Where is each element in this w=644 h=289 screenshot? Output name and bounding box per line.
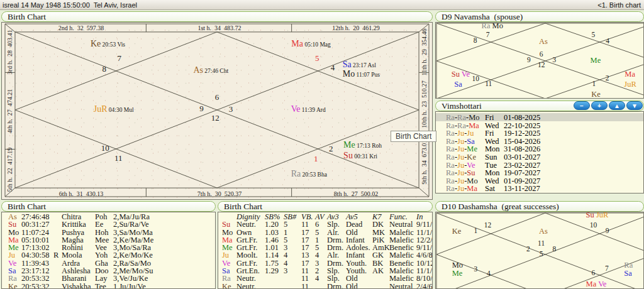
house-number: 7 xyxy=(117,54,121,62)
ascendant-label: As 27:46 Cht xyxy=(193,66,228,75)
planet-row: JuMoolt.1.144134Alr.InfantGKMalefic4/6/8 xyxy=(218,251,432,259)
house-number: 10 xyxy=(590,222,597,230)
dasha-row[interactable]: Ra-Ju-MeMon31-08-2026 xyxy=(436,144,643,153)
birth-chart-panel: Birth Chart 2nd h. 32 597.38 1st h. 34 4… xyxy=(1,11,433,200)
house-number: 6 xyxy=(215,93,219,101)
house-number: 8 xyxy=(103,65,107,73)
sun-jupiter-label: Su JuR xyxy=(586,212,609,219)
dasha-up-button[interactable]: ▲ xyxy=(609,101,625,110)
mars-venus-label: Ma Ve xyxy=(586,280,607,288)
planet-row: Ra20:53:32BharaniLay3,Ve/Ju/Ke xyxy=(2,275,215,282)
house-number: 8 xyxy=(553,246,557,253)
house-number: 5 xyxy=(540,251,543,258)
house-number: 11 xyxy=(538,240,545,248)
planet-details-panel: Birth Chart DignitySB%SB#VB.AVAv3Av5K7Fu… xyxy=(218,201,433,289)
dasha-list: Ra-Ra-MoFri01-08-2025Ra-Ra-MaWed22-10-20… xyxy=(435,111,644,194)
jupiter-retrograde-label: JuR xyxy=(624,80,636,89)
dasha-plus-button[interactable]: + xyxy=(591,101,608,110)
mercury-label: Me xyxy=(452,269,463,277)
house-number: 9 xyxy=(606,227,609,235)
house-number: 11 xyxy=(485,80,492,88)
house-span-label: 8th h. 27 500.02 xyxy=(292,190,419,198)
birth-data-text: isreal 14 May 1948 15:50:00 Tel Aviv, Is… xyxy=(3,1,137,9)
house-span-label: 1st h. 34 483.72 xyxy=(147,24,292,32)
d9-chart-diagram[interactable]: Ra Mo87As5496123MeSu VeSa1011MaJuR21Ke xyxy=(435,22,644,99)
dasha-row[interactable]: Ra-Ra-MaWed22-10-2025 xyxy=(436,121,643,129)
house-number: 9 xyxy=(199,104,204,112)
planet-row: Ke20:53:32VishakhaTee1,Ju/Ju/Ve xyxy=(2,283,215,289)
planet-row: Ju04:30:58RMoolaYoh2,Ke/Mo/Ke xyxy=(2,251,215,259)
planet-row: RaNeutr.114Slp.OldMalefic8/10/1 xyxy=(218,275,432,282)
moon-label: Mo 11:07 Pus xyxy=(343,70,380,79)
house-number: 1 xyxy=(314,154,318,162)
sun-venus-label: Su Ve xyxy=(452,70,470,79)
moon-label: Mo xyxy=(452,261,463,269)
house-number: 7 xyxy=(486,32,490,40)
house-span-label: 11th h. 29 354.46 xyxy=(421,29,428,76)
venus-label: Ve 11:39 Ard xyxy=(291,105,326,114)
dasha-row[interactable]: Ra-Ju-SuMon19-07-2027 xyxy=(436,168,643,177)
house-number: 2 xyxy=(606,75,609,82)
house-number: 1 xyxy=(474,228,477,236)
rahu-moon-label: Ra Mo xyxy=(482,22,503,30)
house-number: 5 xyxy=(315,54,319,62)
ascendant-label: As xyxy=(539,227,548,235)
rahu-label: Ra xyxy=(624,261,633,269)
rahu-label: Ra 20:53 Bha xyxy=(291,170,327,178)
dasha-row[interactable]: Ra-Ju-MoWed01-09-2027 xyxy=(436,177,643,185)
ketu-label: Ke 20:53 Vis xyxy=(91,40,125,48)
house-span-label: 7th h. 30 520.37 xyxy=(147,190,292,198)
ketu-label: Ke xyxy=(591,90,601,99)
panel-title: D10 Dashamsha (great successes) xyxy=(435,201,644,212)
d9-navamsha-panel: D9 Navamsha (spouse) Ra Mo87As5496123MeS… xyxy=(435,11,644,99)
house-span-label: 12th h. 20 461.29 xyxy=(292,24,419,32)
house-span-label: 10th h. 23 510.27 xyxy=(421,80,428,128)
planet-details-table: DignitySB%SB#VB.AVAv3Av5K7Func.InSuNeutr… xyxy=(218,212,433,289)
sun-label: Su 00:31 Kri xyxy=(343,151,377,160)
house-number: 11 xyxy=(114,153,123,161)
dasha-row[interactable]: Ra-Ju-JuFri19-12-2025 xyxy=(436,129,643,137)
mercury-label: Me xyxy=(591,57,601,65)
dasha-minus-button[interactable]: − xyxy=(574,101,590,110)
vimshottari-dasha-panel: Vimshottari − + ▲ ▼ Ra-Ra-MoFri01-08-202… xyxy=(435,101,644,194)
ketu-label: Ke xyxy=(452,227,462,236)
dasha-row[interactable]: Ra-Ju-KeSun03-01-2027 xyxy=(436,153,643,161)
house-number: 12 xyxy=(211,113,219,121)
d10-dashamsha-panel: D10 Dashamsha (great successes) Ke112AsS… xyxy=(435,201,644,289)
birth-chart-tooltip: Birth Chart xyxy=(391,131,436,142)
panel-title: Birth Chart xyxy=(1,11,433,22)
house-number: 3 xyxy=(229,105,233,113)
panel-title: Birth Chart xyxy=(1,201,216,212)
panel-title: Birth Chart xyxy=(218,201,433,212)
dasha-down-button[interactable]: ▼ xyxy=(626,101,643,110)
house-number: 5 xyxy=(592,32,596,40)
ascendant-label: As xyxy=(539,38,548,46)
jupiter-retrograde-label: JuR 04:30 Mul xyxy=(94,105,134,114)
dasha-row[interactable]: Ra-Ra-MoFri01-08-2025 xyxy=(436,113,643,121)
birth-chart-diagram[interactable]: 2nd h. 32 597.38 1st h. 34 483.72 12th h… xyxy=(1,22,433,200)
dasha-row[interactable]: Ra-Ju-VeTue23-02-2027 xyxy=(436,161,643,169)
house-number: 1 xyxy=(592,80,596,88)
dasha-row[interactable]: Ra-Ju-SaWed15-04-2026 xyxy=(436,137,643,145)
view-indicator-text: <1. Birth chart xyxy=(597,1,641,9)
house-number: 12 xyxy=(484,222,492,230)
house-number: 2 xyxy=(329,144,333,152)
house-number: 4 xyxy=(331,63,335,72)
house-span-label: 2nd h. 32 597.38 xyxy=(16,24,147,32)
dasha-row[interactable]: Ra-Ju-MaSat13-11-2027 xyxy=(436,184,643,192)
mars-label: Ma xyxy=(625,70,635,79)
house-number: 6 xyxy=(540,52,543,59)
house-number: 2 xyxy=(526,246,530,253)
house-number: 6 xyxy=(592,270,596,277)
saturn-label: Sa xyxy=(454,80,462,88)
house-span-label: 3rd h. 28 403.41 xyxy=(7,30,13,75)
planet-positions-panel: Birth Chart As27:46:48ChitraPoh2,Ma/Ju/R… xyxy=(1,201,216,289)
planet-positions-table: As27:46:48ChitraPoh2,Ma/Ju/RaSu00:31:27K… xyxy=(1,212,216,289)
house-number: 10 xyxy=(101,143,109,151)
house-number: 7 xyxy=(605,266,609,273)
planet-row: KeNeutr.11Drm.OldNeutral2/4/6 xyxy=(218,283,432,289)
d10-chart-diagram[interactable]: Ke112AsSu JuR10911285MoMe34RaSa76Ma Ve xyxy=(435,212,644,289)
house-span-label: 6th h. 31 430.13 xyxy=(16,190,147,198)
saturn-label: Sa xyxy=(624,269,632,277)
house-number: 8 xyxy=(474,37,477,45)
